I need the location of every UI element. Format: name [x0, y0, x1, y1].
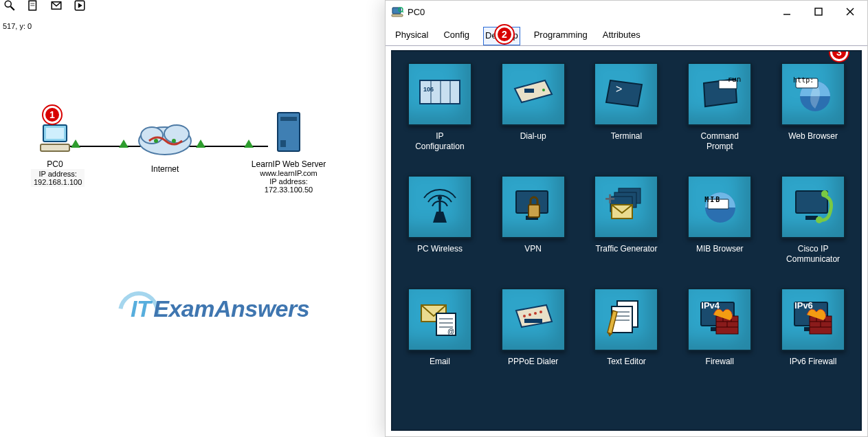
app-pppoe-dialer-label: PPPoE Dialer: [492, 357, 575, 367]
tab-attributes[interactable]: Attributes: [601, 27, 642, 45]
app-text-editor-label: Text Editor: [585, 357, 667, 367]
svg-marker-64: [516, 305, 552, 327]
svg-point-43: [438, 196, 442, 200]
maximize-icon: [814, 8, 823, 16]
traffic-generator-icon: +: [594, 175, 658, 238]
svg-line-22: [402, 11, 403, 12]
step-badge-3: 3: [830, 50, 848, 61]
toolbar-icon-doc[interactable]: [25, 0, 41, 14]
mib-browser-tag: MIB: [704, 196, 721, 203]
svg-point-67: [534, 312, 537, 315]
firewall-v4-icon: IPv4: [687, 288, 752, 351]
svg-text:>: >: [616, 83, 622, 95]
app-mib-browser[interactable]: MIB MIB Browser: [682, 175, 757, 265]
svg-point-56: [821, 190, 828, 197]
window-minimize-button[interactable]: [771, 1, 803, 22]
svg-point-34: [542, 89, 545, 91]
app-pppoe-dialer[interactable]: PPPoE Dialer: [496, 288, 571, 367]
svg-point-13: [164, 125, 189, 143]
text-editor-icon: [594, 288, 658, 351]
svg-point-66: [528, 313, 531, 316]
app-vpn[interactable]: VPN: [496, 175, 571, 265]
server-icon: [274, 110, 304, 154]
svg-rect-9: [46, 128, 64, 139]
cursor-coordinates: 517, y: 0: [0, 21, 34, 32]
app-firewall-v4[interactable]: IPv4 Firewall: [682, 288, 757, 367]
app-ip-configuration[interactable]: 106 IPConfiguration: [402, 63, 478, 152]
app-pc-wireless[interactable]: PC Wireless: [402, 175, 478, 265]
app-web-browser[interactable]: http: Web Browser: [775, 63, 851, 152]
tab-physical[interactable]: Physical: [394, 27, 430, 45]
app-text-editor[interactable]: Text Editor: [588, 288, 664, 367]
device-web-server[interactable]: LearnIP Web Server www.learnIP.com IP ad…: [251, 110, 326, 194]
app-dial-up-label: Dial-up: [492, 131, 575, 142]
svg-rect-20: [392, 14, 403, 16]
pppoe-dialer-icon: [501, 288, 566, 351]
device-server-label: LearnIP Web Server: [251, 159, 326, 169]
app-traffic-generator[interactable]: + Traffic Generator: [588, 175, 664, 265]
app-firewall-v6-label: IPv6 Firewall: [772, 357, 854, 367]
pc0-config-window: PC0 Physical Config Desktop Programming …: [385, 0, 868, 437]
svg-text:@: @: [447, 328, 454, 335]
app-web-browser-label: Web Browser: [772, 131, 854, 142]
window-close-button[interactable]: [834, 1, 866, 22]
svg-rect-33: [524, 89, 534, 93]
toolbar-icon-note[interactable]: [48, 0, 65, 14]
watermark-text: ExamAnswers: [153, 295, 309, 322]
app-vpn-label: VPN: [492, 244, 575, 254]
svg-point-57: [816, 216, 823, 223]
app-firewall-v6[interactable]: IPv6 IPv6 Firewall: [775, 288, 851, 367]
app-cisco-ip-communicator[interactable]: Cisco IPCommunicator: [775, 175, 851, 265]
svg-rect-46: [528, 205, 539, 217]
svg-point-14: [154, 139, 158, 143]
app-dial-up[interactable]: Dial-up: [496, 63, 571, 152]
desktop-app-area[interactable]: 3 106 IPConfiguration: [391, 50, 862, 431]
app-terminal[interactable]: > Terminal: [588, 63, 664, 152]
toolbar-icon-magnify[interactable]: [1, 0, 18, 14]
app-pc-wireless-label: PC Wireless: [399, 244, 481, 254]
pc-icon: [38, 124, 72, 154]
web-browser-tag: http:: [793, 76, 814, 84]
desktop-app-grid: 106 IPConfiguration Dial-up: [401, 63, 852, 367]
terminal-icon: >: [594, 63, 658, 126]
device-internet-label: Internet: [131, 164, 199, 174]
step-badge-2: 2: [496, 25, 513, 43]
minimize-icon: [783, 8, 791, 16]
app-mib-browser-label: MIB Browser: [678, 244, 761, 254]
app-email[interactable]: @ Email: [402, 288, 478, 367]
ip-configuration-icon: 106: [408, 63, 472, 126]
app-command-prompt-label: CommandPrompt: [678, 131, 761, 152]
app-terminal-label: Terminal: [585, 131, 667, 142]
titlebar: PC0: [386, 1, 867, 23]
app-cisco-ip-communicator-label: Cisco IPCommunicator: [772, 244, 854, 265]
device-server-ip: IP address: 172.33.100.50: [251, 177, 326, 194]
firewall-v6-icon: IPv6: [781, 288, 845, 351]
window-maximize-button[interactable]: [803, 1, 834, 22]
tab-config[interactable]: Config: [442, 27, 471, 45]
command-prompt-icon: run: [687, 63, 752, 126]
app-ip-configuration-label: IPConfiguration: [399, 131, 481, 152]
window-app-icon: [391, 5, 403, 18]
svg-marker-7: [78, 3, 82, 8]
svg-rect-10: [41, 144, 69, 151]
svg-text:+: +: [605, 188, 615, 209]
svg-point-0: [5, 1, 11, 7]
cloud-icon: [135, 120, 194, 159]
toolbar-icon-run[interactable]: [71, 0, 88, 14]
svg-point-15: [172, 139, 176, 143]
app-command-prompt[interactable]: run CommandPrompt: [682, 63, 757, 152]
device-internet-cloud[interactable]: Internet: [131, 120, 199, 174]
svg-line-1: [11, 7, 14, 10]
device-pc0-label: PC0: [31, 159, 79, 169]
app-traffic-generator-label: Traffic Generator: [585, 244, 667, 254]
web-browser-icon: http:: [781, 63, 845, 126]
device-pc0-ip: IP address: 192.168.1.100: [31, 169, 85, 187]
window-title: PC0: [408, 7, 425, 17]
svg-rect-18: [280, 140, 286, 147]
svg-point-68: [539, 311, 542, 313]
firewall-v6-tag: IPv6: [794, 300, 813, 311]
dial-up-icon: [501, 63, 566, 126]
tab-programming[interactable]: Programming: [533, 27, 589, 45]
pc-wireless-icon: [408, 175, 472, 238]
device-pc0[interactable]: 1 PC0 IP address: 192.168.1.100: [31, 124, 79, 188]
